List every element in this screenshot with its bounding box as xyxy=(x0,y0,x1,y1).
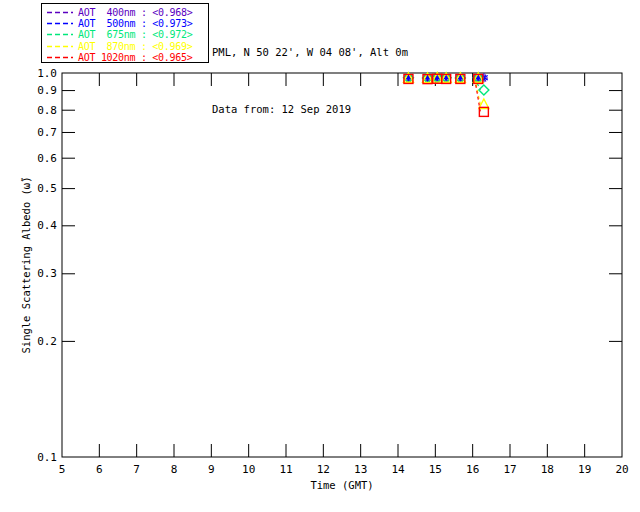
x-tick-label: 5 xyxy=(59,463,66,476)
y-tick-label: 0.3 xyxy=(37,267,57,280)
x-tick-label: 19 xyxy=(578,463,591,476)
x-tick-label: 15 xyxy=(429,463,442,476)
y-tick-label: 0.2 xyxy=(37,335,57,348)
y-tick-label: 0.6 xyxy=(37,152,57,165)
y-tick-label: 0.4 xyxy=(37,219,57,232)
y-tick-label: 0.1 xyxy=(37,451,57,464)
x-tick-label: 12 xyxy=(317,463,330,476)
x-tick-label: 17 xyxy=(503,463,516,476)
x-tick-label: 7 xyxy=(133,463,140,476)
x-tick-label: 18 xyxy=(541,463,554,476)
x-tick-label: 6 xyxy=(96,463,103,476)
chart-canvas: 5678910111213141516171819201.00.90.80.70… xyxy=(0,0,640,512)
x-tick-label: 20 xyxy=(615,463,628,476)
y-tick-label: 0.9 xyxy=(37,84,57,97)
x-tick-label: 11 xyxy=(279,463,292,476)
y-tick-label: 0.8 xyxy=(37,104,57,117)
y-tick-label: 0.5 xyxy=(37,182,57,195)
x-tick-label: 16 xyxy=(466,463,479,476)
x-tick-label: 13 xyxy=(354,463,367,476)
ssa-plot-page: AOT 400nm : <0.968>AOT 500nm : <0.973>AO… xyxy=(0,0,640,512)
x-tick-label: 9 xyxy=(208,463,215,476)
x-tick-label: 14 xyxy=(391,463,405,476)
x-axis-title: Time (GMT) xyxy=(310,479,373,491)
y-axis-title: Single Scattering Albedo (ω̃) xyxy=(20,176,32,353)
y-tick-label: 0.7 xyxy=(37,126,57,139)
x-tick-label: 8 xyxy=(171,463,178,476)
y-tick-label: 1.0 xyxy=(37,67,57,80)
x-tick-label: 10 xyxy=(242,463,255,476)
plot-frame xyxy=(62,73,622,457)
